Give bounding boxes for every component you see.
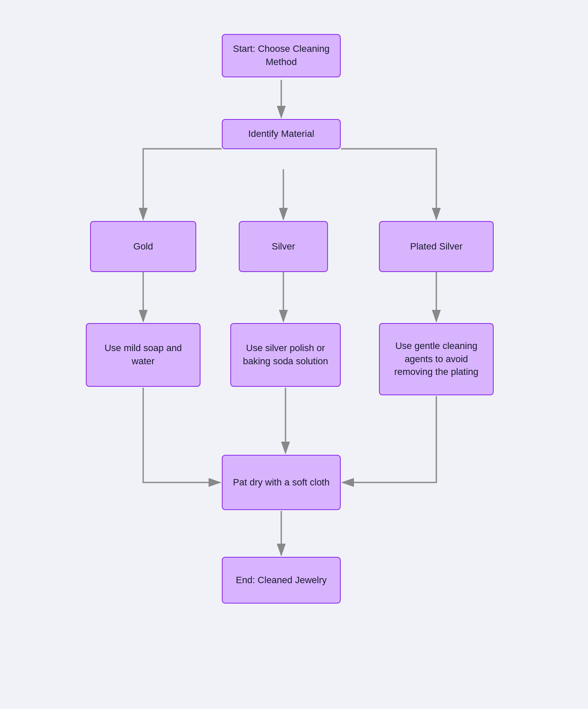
node-start: Start: Choose Cleaning Method: [222, 34, 341, 77]
node-end: End: Cleaned Jewelry: [222, 557, 341, 604]
node-silver: Silver: [239, 221, 328, 272]
node-mild-soap: Use mild soap and water: [86, 323, 201, 387]
node-silver-polish: Use silver polish or baking soda solutio…: [230, 323, 341, 387]
node-gold: Gold: [90, 221, 196, 272]
flowchart: Start: Choose Cleaning Method Identify M…: [82, 17, 506, 689]
node-identify: Identify Material: [222, 119, 341, 149]
node-gentle-agents: Use gentle cleaning agents to avoid remo…: [379, 323, 494, 395]
node-plated-silver: Plated Silver: [379, 221, 494, 272]
node-pat-dry: Pat dry with a soft cloth: [222, 455, 341, 510]
